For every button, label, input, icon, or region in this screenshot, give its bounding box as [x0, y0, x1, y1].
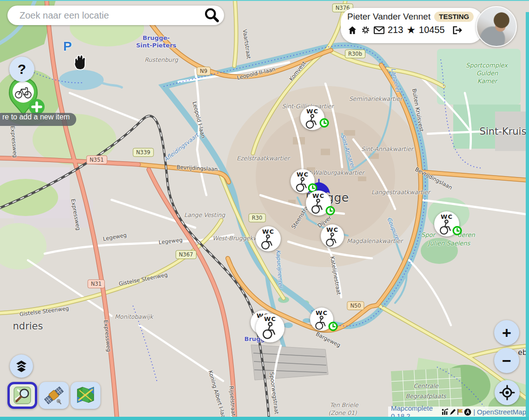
- user-panel[interactable]: Pieter Vander Vennet TESTING 213 ★ 10455: [341, 8, 483, 43]
- page-border-bottom: [0, 417, 529, 420]
- message-count: 213: [388, 25, 403, 35]
- zoom-out-label: −: [502, 353, 511, 368]
- hand-cursor-icon: [70, 52, 86, 74]
- attribution-icons: [442, 408, 471, 416]
- wheelchair-icon: [309, 198, 324, 214]
- user-avatar[interactable]: [476, 6, 517, 47]
- satellite-icon: [44, 385, 64, 406]
- wheelchair-icon: [293, 177, 309, 192]
- page-border-right: [526, 12, 529, 420]
- flag-icon[interactable]: [456, 408, 463, 415]
- wheelchair-icon: [324, 232, 338, 247]
- toilet-marker[interactable]: WC: [306, 190, 331, 216]
- wheelchair-icon: [258, 234, 274, 250]
- star-icon: ★: [406, 25, 416, 35]
- layers-icon: [14, 359, 28, 373]
- osm-map-icon: [13, 386, 32, 405]
- geolocate-button[interactable]: [495, 380, 520, 405]
- layers-button[interactable]: [10, 354, 33, 378]
- opening-hours-clock-icon: [452, 225, 463, 236]
- toilet-marker[interactable]: WC: [321, 224, 344, 248]
- gear-icon[interactable]: [361, 25, 370, 35]
- toilet-marker[interactable]: WC: [256, 226, 281, 251]
- mail-icon[interactable]: [374, 26, 384, 34]
- zoom-in-button[interactable]: +: [494, 320, 519, 345]
- home-icon[interactable]: [347, 25, 357, 35]
- zoom-out-button[interactable]: −: [494, 348, 519, 373]
- edit-pencil-icon[interactable]: [449, 408, 456, 415]
- mapcomplete-app: PBrugge-Sint-PietersRustenburgVaartstraa…: [0, 0, 529, 420]
- background-satellite-button[interactable]: [39, 382, 69, 409]
- attribution-bar: Mapcomplete 0.18.2 | OpenStreetMap: [388, 407, 529, 417]
- search-bar: [7, 6, 224, 25]
- page-border-top: [0, 0, 529, 1]
- background-osm-button[interactable]: [7, 382, 37, 409]
- testing-badge: TESTING: [434, 12, 474, 22]
- stats-icon[interactable]: [442, 408, 449, 415]
- attribution-separator: |: [473, 408, 475, 416]
- wheelchair-icon: [313, 315, 327, 330]
- geolocate-icon: [499, 385, 515, 400]
- search-input[interactable]: [19, 10, 204, 21]
- pin-circle: [13, 81, 34, 103]
- add-item-tooltip: re to add a new item: [0, 113, 76, 126]
- folded-map-icon: [75, 385, 96, 406]
- help-button[interactable]: ?: [9, 57, 34, 82]
- wheelchair-icon: [303, 113, 318, 129]
- badge-icon[interactable]: [464, 408, 471, 416]
- help-label: ?: [18, 61, 26, 77]
- user-name: Pieter Vander Vennet: [347, 12, 430, 22]
- background-style-row: [7, 382, 100, 409]
- search-icon[interactable]: [204, 7, 219, 23]
- toilet-marker[interactable]: WC: [300, 106, 324, 130]
- toilet-marker[interactable]: WC: [310, 308, 333, 331]
- opening-hours-clock-icon: [328, 321, 338, 332]
- logout-icon[interactable]: [452, 25, 463, 35]
- toilet-marker[interactable]: WC: [291, 169, 315, 193]
- background-map-button[interactable]: [71, 382, 100, 409]
- opening-hours-clock-icon: [319, 118, 330, 128]
- opening-hours-clock-icon: [325, 205, 336, 216]
- osm-link[interactable]: OpenStreetMap: [477, 408, 526, 416]
- toilet-marker[interactable]: WC: [434, 211, 459, 236]
- toilet-marker[interactable]: WC: [256, 314, 284, 342]
- wheelchair-icon: [259, 321, 278, 340]
- zoom-in-label: +: [502, 325, 511, 341]
- wheelchair-icon: [437, 219, 453, 235]
- changeset-count: 10455: [419, 25, 445, 35]
